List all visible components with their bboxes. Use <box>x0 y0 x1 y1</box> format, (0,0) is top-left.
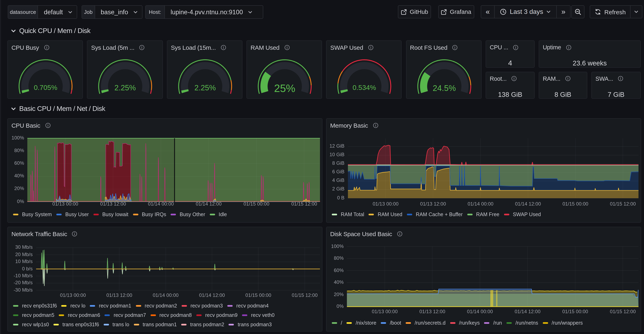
svg-text:25%: 25% <box>274 82 295 94</box>
svg-text:24.5%: 24.5% <box>432 84 456 93</box>
svg-text:0.534%: 0.534% <box>352 84 376 91</box>
svg-text:2.25%: 2.25% <box>114 84 136 92</box>
svg-text:2.25%: 2.25% <box>194 84 216 92</box>
svg-text:0.705%: 0.705% <box>34 84 57 91</box>
